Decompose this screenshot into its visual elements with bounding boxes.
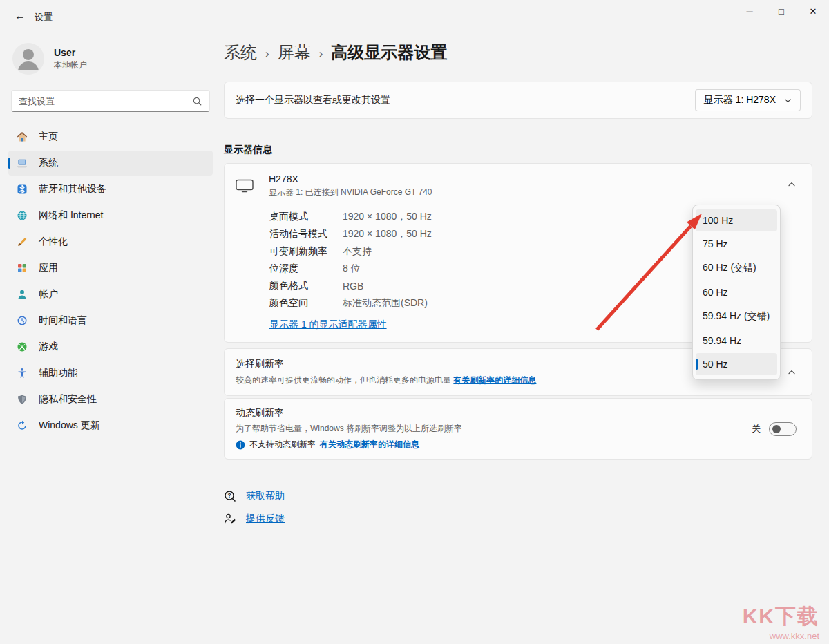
sidebar-item-gaming[interactable]: 游戏 <box>8 334 213 359</box>
home-icon <box>17 131 28 142</box>
info-label: 颜色格式 <box>269 280 343 292</box>
account-type: 本地帐户 <box>54 59 87 71</box>
refresh-rate-option[interactable]: 60 Hz <box>696 281 777 303</box>
dynamic-refresh-more-link[interactable]: 有关动态刷新率的详细信息 <box>320 439 419 451</box>
windows-update-icon <box>17 420 28 431</box>
refresh-rate-option[interactable]: 60 Hz (交错) <box>696 256 777 280</box>
breadcrumb-item[interactable]: 系统 <box>224 41 257 64</box>
sidebar-item-label: 游戏 <box>39 341 58 353</box>
close-button[interactable]: ✕ <box>797 0 829 23</box>
monitor-icon <box>236 179 254 193</box>
refresh-rate-option[interactable]: 59.94 Hz <box>696 330 777 352</box>
sidebar-item-label: 系统 <box>39 157 58 169</box>
option-label: 59.94 Hz (交错) <box>703 310 770 321</box>
sidebar-item-system[interactable]: 系统 <box>8 151 213 176</box>
dynamic-refresh-toggle[interactable] <box>769 422 797 436</box>
info-label: 活动信号模式 <box>269 228 343 240</box>
info-icon <box>236 440 245 450</box>
user-name: User <box>54 47 87 58</box>
section-title-display-info: 显示器信息 <box>224 144 812 156</box>
sidebar-item-label: 时间和语言 <box>39 314 87 327</box>
sidebar-item-label: 网络和 Internet <box>39 209 103 222</box>
dynamic-refresh-notice-row: 不支持动态刷新率 有关动态刷新率的详细信息 <box>236 439 801 451</box>
feedback-link[interactable]: 提供反馈 <box>246 513 285 525</box>
display-selector-dropdown[interactable]: 显示器 1: H278X <box>695 89 801 111</box>
info-label: 可变刷新频率 <box>269 245 343 258</box>
display-info-header[interactable]: H278X 显示器 1: 已连接到 NVIDIA GeForce GT 740 <box>225 164 812 205</box>
refresh-rate-expander-button[interactable] <box>780 361 803 383</box>
option-label: 60 Hz (交错) <box>703 262 756 273</box>
sidebar-item-label: 隐私和安全性 <box>39 393 97 406</box>
accessibility-icon <box>17 368 28 379</box>
dynamic-refresh-toggle-group: 关 <box>752 422 797 436</box>
sidebar-item-label: 辅助功能 <box>39 367 77 379</box>
breadcrumb-item[interactable]: 屏幕 <box>278 41 311 64</box>
apps-icon <box>17 263 28 274</box>
option-label: 75 Hz <box>703 238 728 249</box>
breadcrumb-separator: › <box>319 45 323 61</box>
breadcrumb-separator: › <box>265 45 269 61</box>
sidebar-item-time-language[interactable]: 时间和语言 <box>8 308 213 333</box>
refresh-rate-option[interactable]: 50 Hz <box>696 353 777 375</box>
sidebar-item-label: 蓝牙和其他设备 <box>39 183 106 196</box>
refresh-rate-description-text: 较高的速率可提供更流畅的动作，但也消耗更多的电源电量 <box>236 375 451 385</box>
chevron-down-icon <box>784 97 792 104</box>
user-profile[interactable]: User 本地帐户 <box>12 43 209 75</box>
collapse-display-info-button[interactable] <box>780 173 803 196</box>
minimize-button[interactable]: ─ <box>734 0 765 23</box>
sidebar-item-personalization[interactable]: 个性化 <box>8 229 213 254</box>
info-label: 颜色空间 <box>269 297 343 310</box>
back-button[interactable]: ← <box>8 6 32 26</box>
sidebar-item-windows-update[interactable]: Windows 更新 <box>8 413 213 438</box>
sidebar-item-privacy[interactable]: 隐私和安全性 <box>8 387 213 412</box>
sidebar-nav: 主页系统蓝牙和其他设备网络和 Internet个性化应用帐户时间和语言游戏辅助功… <box>0 124 221 438</box>
page-title: 高级显示器设置 <box>331 41 447 64</box>
option-label: 59.94 Hz <box>703 335 741 346</box>
chevron-up-icon <box>788 368 796 377</box>
search-box[interactable] <box>11 90 210 112</box>
sidebar-item-label: 应用 <box>39 262 58 274</box>
search-input[interactable] <box>19 96 192 106</box>
network-icon <box>17 210 28 221</box>
feedback-icon <box>224 513 236 525</box>
accounts-icon <box>17 289 28 300</box>
system-icon <box>17 158 28 169</box>
sidebar-item-label: 帐户 <box>39 288 58 301</box>
info-label: 桌面模式 <box>269 211 343 223</box>
refresh-rate-flyout: 100 Hz75 Hz60 Hz (交错)60 Hz59.94 Hz (交错)5… <box>692 205 781 380</box>
display-adapter-properties-link[interactable]: 显示器 1 的显示适配器属性 <box>269 319 387 331</box>
monitor-name: H278X <box>269 173 432 184</box>
info-value: RGB <box>343 281 363 292</box>
help-icon: ? <box>224 490 236 502</box>
maximize-button[interactable]: □ <box>765 0 797 23</box>
selected-indicator <box>696 359 698 370</box>
refresh-rate-more-link[interactable]: 有关刷新率的详细信息 <box>453 375 536 385</box>
get-help-link[interactable]: 获取帮助 <box>246 490 285 502</box>
sidebar-item-apps[interactable]: 应用 <box>8 256 213 281</box>
personalization-icon <box>17 236 28 247</box>
option-label: 100 Hz <box>703 215 733 226</box>
sidebar-item-home[interactable]: 主页 <box>8 124 213 149</box>
get-help-row: ? 获取帮助 <box>224 490 812 502</box>
info-value: 1920 × 1080，50 Hz <box>343 211 432 223</box>
sidebar-item-label: 个性化 <box>39 236 68 248</box>
sidebar-item-label: 主页 <box>39 131 58 143</box>
watermark: KK下载 www.kkx.net <box>743 603 819 641</box>
refresh-rate-option[interactable]: 59.94 Hz (交错) <box>696 305 777 328</box>
sidebar-item-bluetooth[interactable]: 蓝牙和其他设备 <box>8 177 213 202</box>
chevron-up-icon <box>788 180 796 189</box>
toggle-state-label: 关 <box>752 423 761 435</box>
svg-text:?: ? <box>227 492 231 499</box>
sidebar-item-accessibility[interactable]: 辅助功能 <box>8 361 213 386</box>
selected-accent-bar <box>8 158 10 169</box>
refresh-rate-option[interactable]: 100 Hz <box>696 209 777 231</box>
sidebar-item-accounts[interactable]: 帐户 <box>8 282 213 307</box>
sidebar-item-network[interactable]: 网络和 Internet <box>8 203 213 228</box>
monitor-status: 显示器 1: 已连接到 NVIDIA GeForce GT 740 <box>269 187 432 198</box>
refresh-rate-option[interactable]: 75 Hz <box>696 233 777 255</box>
titlebar: ← 设置 ─ □ ✕ <box>0 0 829 33</box>
avatar <box>12 43 44 75</box>
sidebar-item-label: Windows 更新 <box>39 419 100 432</box>
dynamic-refresh-title: 动态刷新率 <box>236 407 801 419</box>
time-language-icon <box>17 315 28 326</box>
